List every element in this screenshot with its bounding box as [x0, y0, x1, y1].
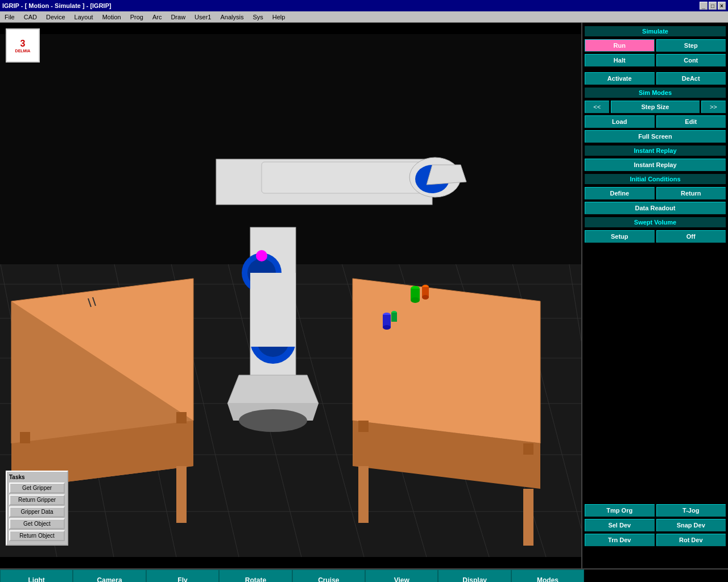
setup-off-row: Setup Off: [585, 230, 726, 243]
define-return-row: Define Return: [585, 187, 726, 199]
menu-layout[interactable]: Layout: [72, 13, 96, 22]
scene-svg: [0, 23, 581, 568]
cruise-btn[interactable]: Cruise: [292, 569, 365, 582]
deact-btn[interactable]: DeAct: [656, 72, 726, 85]
halt-btn[interactable]: Halt: [585, 54, 655, 66]
svg-rect-29: [358, 466, 369, 523]
activate-btn[interactable]: Activate: [585, 72, 655, 85]
sim-modes-label: Sim Modes: [585, 88, 726, 98]
menu-help[interactable]: Help: [270, 13, 288, 22]
svg-rect-24: [176, 466, 187, 523]
seldev-snapdev-row: Sel Dev Snap Dev: [585, 519, 726, 531]
run-btn[interactable]: Run: [585, 39, 655, 52]
empty-btn-1: [584, 569, 656, 582]
menu-sys[interactable]: Sys: [250, 13, 265, 22]
bottom-toolbar: Light Camera Fly Rotate Cruise View Disp…: [0, 568, 728, 582]
svg-rect-25: [20, 432, 30, 443]
rotate-btn[interactable]: Rotate: [219, 569, 292, 582]
close-btn[interactable]: ×: [718, 2, 726, 10]
view-btn[interactable]: View: [365, 569, 438, 582]
menu-cad[interactable]: CAD: [22, 13, 39, 22]
run-step-row: Run Step: [585, 39, 726, 52]
snap-dev-btn[interactable]: Snap Dev: [656, 519, 726, 531]
viewport: 3 DELMIA Tasks Get Gripper Return Grippe…: [0, 23, 581, 568]
return-gripper-btn[interactable]: Return Gripper: [9, 494, 65, 505]
get-gripper-btn[interactable]: Get Gripper: [9, 483, 65, 493]
fly-btn[interactable]: Fly: [146, 569, 219, 582]
trndev-rotdev-row: Trn Dev Rot Dev: [585, 534, 726, 546]
menu-draw[interactable]: Draw: [168, 13, 188, 22]
svg-point-50: [411, 297, 420, 303]
define-btn[interactable]: Define: [585, 187, 655, 199]
trn-dev-btn[interactable]: Trn Dev: [585, 534, 655, 546]
data-readout-btn[interactable]: Data Readout: [585, 202, 726, 214]
minimize-btn[interactable]: _: [700, 2, 708, 10]
svg-point-47: [239, 409, 307, 432]
prev-btn[interactable]: <<: [585, 101, 609, 113]
svg-point-56: [383, 325, 391, 330]
maximize-btn[interactable]: □: [709, 2, 717, 10]
menu-arc[interactable]: Arc: [150, 13, 164, 22]
modes-btn[interactable]: Modes: [511, 569, 584, 582]
empty-btn-2: [656, 569, 728, 582]
tasks-title: Tasks: [9, 474, 65, 480]
light-btn[interactable]: Light: [0, 569, 73, 582]
tmporg-tjog-row: Tmp Org T-Jog: [585, 504, 726, 517]
svg-marker-40: [427, 165, 466, 185]
logo-brand: DELMIA: [15, 49, 31, 53]
display-btn[interactable]: Display: [438, 569, 511, 582]
title-text: IGRIP - [ Motion - Simulate ] - [IGRIP]: [2, 2, 111, 9]
logo: 3 DELMIA: [6, 28, 40, 63]
next-btn[interactable]: >>: [701, 101, 726, 113]
svg-rect-32: [523, 443, 533, 455]
instant-replay-btn[interactable]: Instant Replay: [585, 159, 726, 171]
off-btn[interactable]: Off: [656, 230, 726, 243]
tmp-org-btn[interactable]: Tmp Org: [585, 504, 655, 517]
simulate-label: Simulate: [585, 26, 726, 36]
titlebar-controls[interactable]: _ □ ×: [700, 2, 726, 10]
menubar: File CAD Device Layout Motion Prog Arc D…: [0, 11, 728, 23]
tasks-panel: Tasks Get Gripper Return Gripper Gripper…: [6, 471, 68, 546]
main-layout: 3 DELMIA Tasks Get Gripper Return Grippe…: [0, 23, 728, 568]
edit-btn[interactable]: Edit: [656, 115, 726, 128]
menu-analysis[interactable]: Analysis: [218, 13, 246, 22]
svg-rect-26: [176, 412, 187, 423]
svg-point-53: [422, 295, 429, 300]
menu-device[interactable]: Device: [44, 13, 68, 22]
swept-volume-label: Swept Volume: [585, 217, 726, 227]
menu-user1[interactable]: User1: [192, 13, 213, 22]
full-screen-btn[interactable]: Full Screen: [585, 130, 726, 143]
svg-rect-37: [262, 162, 432, 193]
svg-marker-45: [228, 375, 318, 404]
step-size-btn[interactable]: Step Size: [611, 101, 699, 113]
return-object-btn[interactable]: Return Object: [9, 530, 65, 541]
t-jog-btn[interactable]: T-Jog: [656, 504, 726, 517]
sel-dev-btn[interactable]: Sel Dev: [585, 519, 655, 531]
setup-btn[interactable]: Setup: [585, 230, 655, 243]
halt-cont-row: Halt Cont: [585, 54, 726, 66]
load-btn[interactable]: Load: [585, 115, 655, 128]
svg-rect-31: [358, 421, 369, 432]
empty-row: [585, 548, 726, 566]
instant-replay-header: Instant Replay: [585, 146, 726, 156]
step-size-row: << Step Size >>: [585, 101, 726, 113]
right-panel: Simulate Run Step Halt Cont Activate DeA…: [581, 23, 728, 568]
activate-row: Activate DeAct: [585, 72, 726, 85]
svg-marker-27: [353, 278, 540, 443]
rot-dev-btn[interactable]: Rot Dev: [656, 534, 726, 546]
svg-rect-58: [391, 313, 397, 322]
initial-conditions-label: Initial Conditions: [585, 174, 726, 184]
menu-motion[interactable]: Motion: [100, 13, 123, 22]
svg-rect-30: [523, 489, 533, 546]
svg-point-41: [256, 250, 267, 261]
svg-rect-44: [250, 273, 296, 347]
cont-btn[interactable]: Cont: [656, 54, 726, 66]
gripper-data-btn[interactable]: Gripper Data: [9, 506, 65, 517]
get-object-btn[interactable]: Get Object: [9, 518, 65, 529]
menu-file[interactable]: File: [2, 13, 17, 22]
load-edit-row: Load Edit: [585, 115, 726, 128]
return-btn[interactable]: Return: [656, 187, 726, 199]
step-btn[interactable]: Step: [656, 39, 726, 52]
camera-btn[interactable]: Camera: [73, 569, 146, 582]
menu-prog[interactable]: Prog: [128, 13, 146, 22]
